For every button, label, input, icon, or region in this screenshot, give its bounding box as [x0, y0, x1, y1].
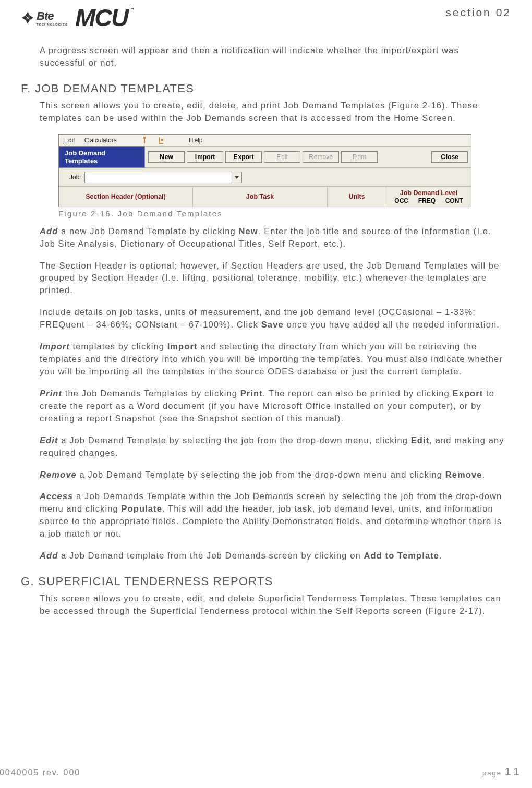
- bte-diamond-icon: [21, 11, 34, 25]
- col-section-header: Section Header (Optional): [59, 187, 193, 207]
- export-button[interactable]: Export: [225, 151, 262, 163]
- col-units: Units: [328, 187, 386, 207]
- para-add-template: Add a Job Demand template from the Job D…: [40, 550, 507, 562]
- subcol-freq: FREQ: [418, 197, 436, 204]
- mcu-logo: MCU™: [75, 5, 132, 30]
- logos: Bte TECHNOLOGIES MCU™: [21, 5, 132, 30]
- menu-help[interactable]: Help: [189, 137, 203, 144]
- tool-icon-2[interactable]: [158, 136, 165, 145]
- para-add: Add a new Job Demand Template by clickin…: [40, 225, 507, 250]
- new-button[interactable]: New: [148, 151, 185, 163]
- bte-logo: Bte TECHNOLOGIES: [21, 9, 68, 26]
- section-label: section 02: [445, 6, 511, 19]
- menu-calculators[interactable]: Calculators: [84, 137, 117, 144]
- page-header: Bte TECHNOLOGIES MCU™ section 02: [21, 0, 511, 30]
- figure-caption: Figure 2-16. Job Demand Templates: [58, 209, 511, 218]
- figure-2-16: Edit Calculators Help Job Demand Templat…: [58, 134, 471, 207]
- chevron-down-icon[interactable]: [232, 172, 241, 183]
- svg-marker-7: [235, 176, 239, 179]
- section-g-heading: G. SUPERFICIAL TENDERNESS REPORTS: [21, 575, 511, 588]
- para-print: Print the Job Demands Templates by click…: [40, 387, 507, 425]
- para-remove: Remove a Job Demand Template by selectin…: [40, 469, 507, 481]
- para-access: Access a Job Demands Template within the…: [40, 490, 507, 540]
- col-job-task: Job Task: [193, 187, 328, 207]
- para-edit: Edit a Job Demand Template by selecting …: [40, 434, 507, 459]
- subcol-occ: OCC: [394, 197, 408, 204]
- menubar: Edit Calculators Help: [59, 135, 471, 146]
- intro-paragraph: A progress screen will appear and then a…: [40, 44, 507, 69]
- section-f-heading: F. JOB DEMAND TEMPLATES: [21, 82, 511, 95]
- para-include: Include details on job tasks, units of m…: [40, 306, 507, 331]
- bte-text: Bte: [37, 9, 53, 22]
- subcol-cont: CONT: [445, 197, 463, 204]
- close-button[interactable]: Close: [431, 151, 468, 163]
- svg-rect-6: [161, 139, 163, 141]
- col-job-demand-level: Job Demand Level OCC FREQ CONT: [386, 187, 471, 207]
- para-import: Import templates by clicking Import and …: [40, 341, 507, 378]
- svg-rect-5: [144, 139, 145, 143]
- page-footer: 40040005 rev. 000 page 11: [0, 765, 532, 779]
- column-headers: Section Header (Optional) Job Task Units…: [59, 186, 471, 207]
- edit-button: Edit: [264, 151, 300, 163]
- tab-job-demand-templates[interactable]: Job Demand Templates: [59, 146, 145, 168]
- para-section-header: The Section Header is optional; however,…: [40, 260, 507, 297]
- import-button[interactable]: Import: [187, 151, 223, 163]
- job-select[interactable]: [84, 172, 242, 183]
- menu-edit[interactable]: Edit: [63, 137, 75, 144]
- job-label: Job:: [69, 174, 81, 181]
- section-g-intro: This screen allows you to create, edit, …: [40, 592, 507, 617]
- svg-rect-4: [143, 137, 146, 139]
- print-button: Print: [341, 151, 378, 163]
- tool-icon-1[interactable]: [141, 136, 148, 145]
- page-number: page 11: [482, 765, 522, 779]
- remove-button: Remove: [303, 151, 339, 163]
- bte-subtext: TECHNOLOGIES: [37, 23, 68, 26]
- section-f-intro: This screen allows you to create, edit, …: [40, 100, 507, 125]
- revision: 40040005 rev. 000: [0, 768, 80, 778]
